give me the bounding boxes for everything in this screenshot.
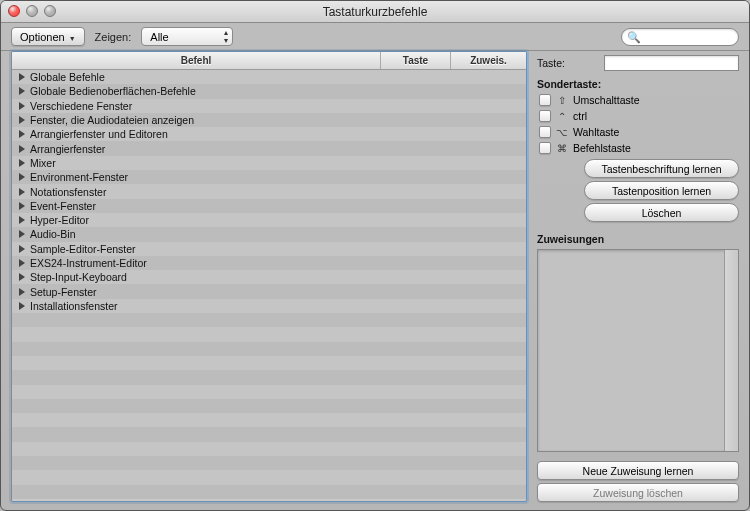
row-command-label: Installationsfenster xyxy=(30,300,377,312)
key-row: Taste: xyxy=(537,55,739,71)
table-row[interactable]: Hyper-Editor xyxy=(12,213,526,227)
table-row[interactable]: Installationsfenster xyxy=(12,299,526,313)
modifier-shift-row: ⇧ Umschalttaste xyxy=(537,92,739,108)
row-command-label: Mixer xyxy=(30,157,377,169)
learn-key-position-button[interactable]: Tastenposition lernen xyxy=(584,181,739,200)
filter-select[interactable]: Alle ▴▾ xyxy=(141,27,233,46)
table-row[interactable] xyxy=(12,356,526,370)
table-row[interactable]: Globale Befehle xyxy=(12,70,526,84)
disclosure-triangle-icon[interactable] xyxy=(19,273,25,281)
assignments-scrollbar[interactable] xyxy=(724,250,738,451)
table-row[interactable] xyxy=(12,413,526,427)
disclosure-triangle-icon[interactable] xyxy=(19,188,25,196)
disclosure-triangle-icon[interactable] xyxy=(19,173,25,181)
table-row[interactable] xyxy=(12,399,526,413)
table-row[interactable]: Setup-Fenster xyxy=(12,284,526,298)
row-command-label: Notationsfenster xyxy=(30,186,377,198)
th-assign[interactable]: Zuweis. xyxy=(451,52,526,69)
table-row[interactable] xyxy=(12,327,526,341)
table-row[interactable] xyxy=(12,385,526,399)
row-command-label: Arrangierfenster xyxy=(30,143,377,155)
disclosure-triangle-icon[interactable] xyxy=(19,202,25,210)
show-label: Zeigen: xyxy=(95,31,132,43)
options-label: Optionen xyxy=(20,31,65,43)
table-row[interactable] xyxy=(12,342,526,356)
main-area: Befehl Taste Zuweis. Globale BefehleGlob… xyxy=(1,51,749,511)
titlebar: Tastaturkurzbefehle xyxy=(1,1,749,23)
row-command-label: Event-Fenster xyxy=(30,200,377,212)
table-row[interactable] xyxy=(12,370,526,384)
row-command-label: Globale Bedienoberflächen-Befehle xyxy=(30,85,377,97)
table-row[interactable]: Arrangierfenster xyxy=(12,141,526,155)
table-row[interactable]: Mixer xyxy=(12,156,526,170)
close-window-icon[interactable] xyxy=(8,5,20,17)
th-command[interactable]: Befehl xyxy=(12,52,381,69)
select-arrows-icon: ▴▾ xyxy=(224,29,228,45)
table-row[interactable]: Step-Input-Keyboard xyxy=(12,270,526,284)
option-checkbox[interactable] xyxy=(539,126,551,138)
window-controls xyxy=(8,5,56,17)
disclosure-triangle-icon[interactable] xyxy=(19,87,25,95)
options-menu-button[interactable]: Optionen xyxy=(11,27,85,46)
table-row[interactable]: Arrangierfenster und Editoren xyxy=(12,127,526,141)
window-title: Tastaturkurzbefehle xyxy=(1,5,749,19)
disclosure-triangle-icon[interactable] xyxy=(19,302,25,310)
search-field-wrap: 🔍 xyxy=(621,28,739,46)
table-row[interactable]: Notationsfenster xyxy=(12,184,526,198)
delete-button[interactable]: Löschen xyxy=(584,203,739,222)
disclosure-triangle-icon[interactable] xyxy=(19,288,25,296)
table-body[interactable]: Globale BefehleGlobale Bedienoberflächen… xyxy=(12,70,526,501)
command-checkbox[interactable] xyxy=(539,142,551,154)
assignments-section: Zuweisungen Neue Zuweisung lernen Zuweis… xyxy=(537,230,739,502)
command-table: Befehl Taste Zuweis. Globale BefehleGlob… xyxy=(11,51,527,502)
table-row[interactable]: Environment-Fenster xyxy=(12,170,526,184)
minimize-window-icon[interactable] xyxy=(26,5,38,17)
table-row[interactable]: Verschiedene Fenster xyxy=(12,99,526,113)
table-row[interactable]: EXS24-Instrument-Editor xyxy=(12,256,526,270)
table-row[interactable] xyxy=(12,470,526,484)
row-command-label: Verschiedene Fenster xyxy=(30,100,377,112)
delete-assignment-button[interactable]: Zuweisung löschen xyxy=(537,483,739,502)
option-label: Wahltaste xyxy=(573,126,619,138)
table-row[interactable]: Event-Fenster xyxy=(12,199,526,213)
zoom-window-icon[interactable] xyxy=(44,5,56,17)
caret-down-icon xyxy=(69,31,76,43)
disclosure-triangle-icon[interactable] xyxy=(19,230,25,238)
th-key[interactable]: Taste xyxy=(381,52,451,69)
table-row[interactable]: Globale Bedienoberflächen-Befehle xyxy=(12,84,526,98)
table-row[interactable] xyxy=(12,427,526,441)
filter-select-value: Alle xyxy=(150,31,168,43)
learn-key-label-button[interactable]: Tastenbeschriftung lernen xyxy=(584,159,739,178)
disclosure-triangle-icon[interactable] xyxy=(19,245,25,253)
table-row[interactable]: Audio-Bin xyxy=(12,227,526,241)
command-symbol-icon: ⌘ xyxy=(556,143,568,154)
row-command-label: Audio-Bin xyxy=(30,228,377,240)
assignments-list[interactable] xyxy=(537,249,739,452)
table-row[interactable]: Fenster, die Audiodateien anzeigen xyxy=(12,113,526,127)
shift-checkbox[interactable] xyxy=(539,94,551,106)
new-assignment-button[interactable]: Neue Zuweisung lernen xyxy=(537,461,739,480)
row-command-label: EXS24-Instrument-Editor xyxy=(30,257,377,269)
command-label: Befehlstaste xyxy=(573,142,631,154)
table-row[interactable]: Sample-Editor-Fenster xyxy=(12,242,526,256)
assignments-label: Zuweisungen xyxy=(537,233,739,245)
disclosure-triangle-icon[interactable] xyxy=(19,145,25,153)
table-row[interactable] xyxy=(12,485,526,499)
table-row[interactable] xyxy=(12,456,526,470)
option-symbol-icon: ⌥ xyxy=(556,127,568,138)
table-row[interactable] xyxy=(12,442,526,456)
disclosure-triangle-icon[interactable] xyxy=(19,116,25,124)
disclosure-triangle-icon[interactable] xyxy=(19,159,25,167)
disclosure-triangle-icon[interactable] xyxy=(19,259,25,267)
row-command-label: Globale Befehle xyxy=(30,71,377,83)
disclosure-triangle-icon[interactable] xyxy=(19,102,25,110)
disclosure-triangle-icon[interactable] xyxy=(19,130,25,138)
ctrl-checkbox[interactable] xyxy=(539,110,551,122)
key-input[interactable] xyxy=(604,55,739,71)
row-command-label: Hyper-Editor xyxy=(30,214,377,226)
search-icon: 🔍 xyxy=(627,31,641,44)
disclosure-triangle-icon[interactable] xyxy=(19,73,25,81)
row-command-label: Arrangierfenster und Editoren xyxy=(30,128,377,140)
disclosure-triangle-icon[interactable] xyxy=(19,216,25,224)
table-row[interactable] xyxy=(12,313,526,327)
